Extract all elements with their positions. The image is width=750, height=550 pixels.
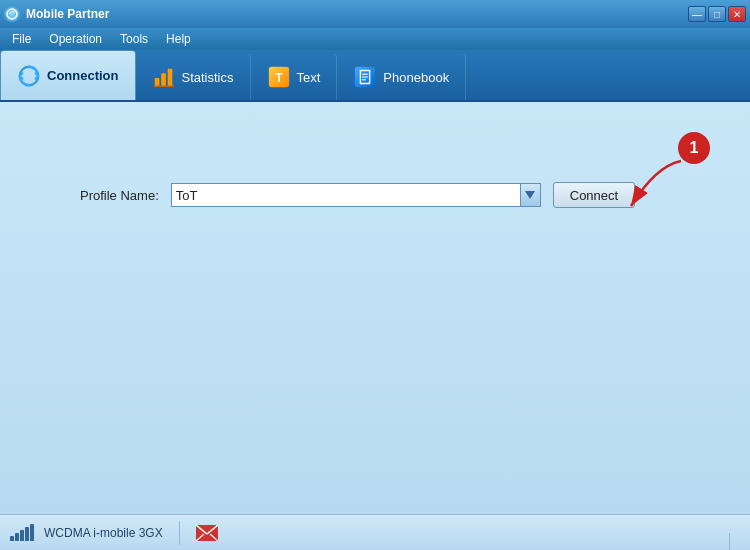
tab-text[interactable]: T Text bbox=[251, 54, 338, 100]
menu-bar: File Operation Tools Help bbox=[0, 28, 750, 50]
signal-icon bbox=[10, 524, 34, 541]
profile-name-input[interactable] bbox=[171, 183, 521, 207]
tab-connection[interactable]: Connection bbox=[0, 50, 136, 100]
tab-statistics[interactable]: Statistics bbox=[136, 54, 251, 100]
menu-operation[interactable]: Operation bbox=[41, 30, 110, 48]
text-icon: T bbox=[267, 65, 291, 89]
annotation-arrow bbox=[616, 156, 696, 216]
status-right-divider bbox=[729, 533, 730, 551]
menu-file[interactable]: File bbox=[4, 30, 39, 48]
statistics-icon bbox=[152, 65, 176, 89]
network-status-text: WCDMA i-mobile 3GX bbox=[44, 526, 163, 540]
status-bar: WCDMA i-mobile 3GX bbox=[0, 514, 750, 550]
svg-point-0 bbox=[7, 9, 17, 19]
svg-text:T: T bbox=[275, 71, 283, 85]
tab-text-label: Text bbox=[297, 70, 321, 85]
menu-tools[interactable]: Tools bbox=[112, 30, 156, 48]
svg-rect-3 bbox=[161, 73, 166, 86]
dropdown-arrow-button[interactable] bbox=[521, 183, 541, 207]
title-bar: Mobile Partner — □ ✕ bbox=[0, 0, 750, 28]
app-icon bbox=[4, 6, 20, 22]
title-controls: — □ ✕ bbox=[688, 6, 746, 22]
profile-row: Profile Name: Connect bbox=[80, 182, 635, 208]
svg-rect-2 bbox=[154, 78, 159, 86]
status-divider-1 bbox=[179, 521, 180, 545]
tab-phonebook[interactable]: Phonebook bbox=[337, 54, 466, 100]
close-button[interactable]: ✕ bbox=[728, 6, 746, 22]
window-title: Mobile Partner bbox=[26, 7, 109, 21]
tab-statistics-label: Statistics bbox=[182, 70, 234, 85]
svg-marker-12 bbox=[525, 191, 535, 199]
svg-rect-4 bbox=[167, 69, 172, 87]
email-status-icon bbox=[196, 525, 218, 541]
tab-bar: Connection Statistics bbox=[0, 50, 750, 102]
tab-connection-label: Connection bbox=[47, 68, 119, 83]
title-bar-left: Mobile Partner bbox=[4, 6, 109, 22]
phonebook-icon bbox=[353, 65, 377, 89]
profile-select-wrap bbox=[171, 183, 541, 207]
main-content: Profile Name: Connect 1 bbox=[0, 102, 750, 514]
minimize-button[interactable]: — bbox=[688, 6, 706, 22]
maximize-button[interactable]: □ bbox=[708, 6, 726, 22]
profile-name-label: Profile Name: bbox=[80, 188, 159, 203]
menu-help[interactable]: Help bbox=[158, 30, 199, 48]
connection-icon bbox=[17, 64, 41, 88]
tab-phonebook-label: Phonebook bbox=[383, 70, 449, 85]
